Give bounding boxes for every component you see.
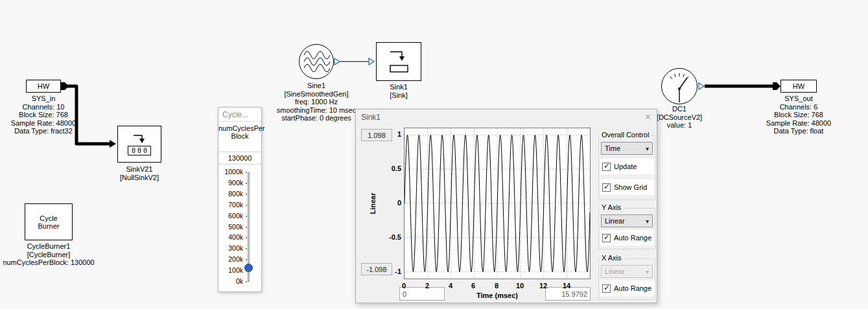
block-prop: Channels: 6 bbox=[760, 103, 838, 111]
overall-control-select[interactable]: Time ▾ bbox=[601, 142, 653, 155]
slider-tick: 400k bbox=[218, 233, 263, 242]
block-prop: Block Size: 768 bbox=[760, 111, 838, 119]
selected-value: Linear bbox=[605, 268, 625, 275]
slider-tick: 0k bbox=[218, 277, 263, 286]
y-tick-label: 1 bbox=[381, 130, 401, 138]
slider-tick-label: 0k bbox=[218, 277, 243, 285]
close-icon[interactable]: ✕ bbox=[644, 112, 651, 122]
block-sys-out[interactable]: HW bbox=[780, 80, 817, 93]
block-type: [Sink] bbox=[360, 91, 438, 100]
slider-tick: 100k bbox=[218, 266, 263, 275]
param-name: numCyclesPer Block bbox=[218, 124, 261, 140]
checkbox-label: Auto Range bbox=[614, 284, 651, 292]
plot-area bbox=[404, 128, 591, 279]
y-auto-range-checkbox[interactable]: ✓ Auto Range bbox=[600, 230, 655, 246]
y-tick-label: -0.5 bbox=[381, 233, 401, 241]
y-tick-label: 0 bbox=[381, 199, 401, 207]
tick-dot-icon bbox=[246, 172, 247, 173]
sink1-labels: Sink1 [Sink] bbox=[360, 83, 438, 99]
block-type: [SineSmoothedGen] bbox=[271, 90, 362, 98]
group-label: Y Axis bbox=[600, 203, 623, 211]
slider-tick: 500k bbox=[218, 223, 263, 232]
update-checkbox[interactable]: ✓ Update bbox=[600, 159, 655, 174]
group-label: X Axis bbox=[600, 254, 624, 262]
tick-dot-icon bbox=[246, 259, 247, 260]
block-name: SYS_in bbox=[5, 95, 82, 103]
slider-tick-label: 1000k bbox=[218, 168, 243, 176]
slider-tick: 800k bbox=[218, 190, 263, 199]
block-param: numCyclesPerBlock: 130000 bbox=[0, 258, 97, 267]
sink-arrow-icon bbox=[131, 133, 148, 144]
chevron-down-icon: ▾ bbox=[646, 145, 649, 152]
block-prop: Block Size: 768 bbox=[5, 111, 82, 119]
slider-tick-label: 200k bbox=[218, 255, 243, 263]
param-name-line1: numCyclesPer bbox=[218, 124, 261, 132]
x-tick-label: 6 bbox=[464, 282, 482, 290]
block-name: CycleBurner1 bbox=[0, 242, 97, 251]
slider-tick-label: 800k bbox=[218, 190, 243, 198]
x-tick-label: 0 bbox=[395, 282, 413, 290]
block-name: SYS_out bbox=[760, 95, 838, 103]
show-grid-checkbox[interactable]: ✓ Show Grid bbox=[600, 179, 655, 195]
checkbox-icon: ✓ bbox=[602, 234, 611, 242]
param-value[interactable]: 130000 bbox=[218, 152, 261, 165]
checkbox-icon: ✓ bbox=[602, 183, 611, 192]
slider-handle[interactable] bbox=[244, 264, 253, 272]
block-sinkv21[interactable]: 000 bbox=[117, 126, 161, 163]
window-titlebar[interactable]: Sink1 ✕ bbox=[356, 109, 657, 125]
tick-dot-icon bbox=[246, 248, 247, 249]
sinkv21-labels: SinkV21 [NullSinkV2] bbox=[100, 165, 178, 181]
wire-dc1-to-sysout[interactable] bbox=[699, 83, 777, 89]
block-cycleburner[interactable]: Cycle Burner bbox=[25, 203, 73, 240]
group-label: Overall Control bbox=[600, 131, 651, 139]
sink1-input-port-icon bbox=[369, 58, 374, 65]
slider-tick-label: 400k bbox=[218, 233, 243, 241]
slider-tick-label: 900k bbox=[218, 179, 243, 187]
x-auto-range-checkbox[interactable]: ✓ Auto Range bbox=[600, 280, 655, 296]
tick-dot-icon bbox=[246, 281, 247, 282]
tick-dot-icon bbox=[246, 216, 247, 217]
checkbox-label: Show Grid bbox=[614, 183, 647, 191]
block-prop: smoothingTime: 10 msec bbox=[271, 106, 362, 115]
y-tick-label: -1 bbox=[381, 268, 401, 275]
tick-dot-icon bbox=[246, 237, 247, 238]
slider-tick: 700k bbox=[218, 201, 263, 210]
block-name: SinkV21 bbox=[100, 165, 178, 174]
cycleburner-inspector-panel: Cycle... numCyclesPer Block 130000 1000k… bbox=[218, 107, 262, 292]
block-dc1[interactable] bbox=[661, 68, 698, 104]
sine-wave-icon bbox=[301, 46, 332, 77]
checkbox-icon: ✓ bbox=[602, 284, 611, 293]
sink1-scope-window: Sink1 ✕ 1.098 -1.098 Linear Time (msec) … bbox=[355, 109, 657, 303]
block-sine1[interactable] bbox=[299, 44, 334, 79]
hw-label: HW bbox=[38, 82, 49, 90]
block-prop: Channels: 10 bbox=[5, 103, 82, 111]
block-sink1[interactable] bbox=[376, 42, 421, 81]
tick-dot-icon bbox=[246, 183, 247, 184]
y-axis-select[interactable]: Linear ▾ bbox=[601, 214, 653, 227]
x-tick-label: 4 bbox=[441, 282, 460, 290]
block-sys-in[interactable]: HW bbox=[26, 80, 61, 93]
cycleburner-labels: CycleBurner1 [CycleBurner] numCyclesPerB… bbox=[0, 242, 97, 267]
hw-label: HW bbox=[793, 82, 804, 90]
selected-value: Linear bbox=[605, 217, 625, 225]
gauge-icon bbox=[663, 69, 696, 103]
block-prop: Sample Rate: 48000 bbox=[5, 119, 82, 128]
x-tick-label: 14 bbox=[557, 282, 576, 290]
panel-title[interactable]: Cycle... bbox=[218, 108, 261, 122]
block-title: Cycle Burner bbox=[34, 214, 64, 230]
sine-plot bbox=[405, 128, 590, 279]
sys-out-labels: SYS_out Channels: 6 Block Size: 768 Samp… bbox=[760, 95, 838, 135]
slider-tick: 900k bbox=[218, 179, 263, 188]
param-name-line2: Block bbox=[218, 132, 261, 140]
x-tick-label: 8 bbox=[487, 282, 506, 290]
sine1-output-port-icon bbox=[334, 58, 340, 65]
wire-sine1-to-sink1[interactable] bbox=[334, 58, 374, 65]
block-prop: Data Type: float bbox=[760, 127, 838, 135]
x-tick-label: 2 bbox=[418, 282, 436, 290]
block-prop: Data Type: fract32 bbox=[5, 127, 82, 135]
sys-out-port-icon bbox=[773, 82, 780, 90]
checkbox-label: Update bbox=[614, 163, 637, 170]
slider-tick-label: 500k bbox=[218, 223, 243, 231]
slider-tick-label: 600k bbox=[218, 212, 243, 220]
tick-dot-icon bbox=[246, 227, 247, 228]
